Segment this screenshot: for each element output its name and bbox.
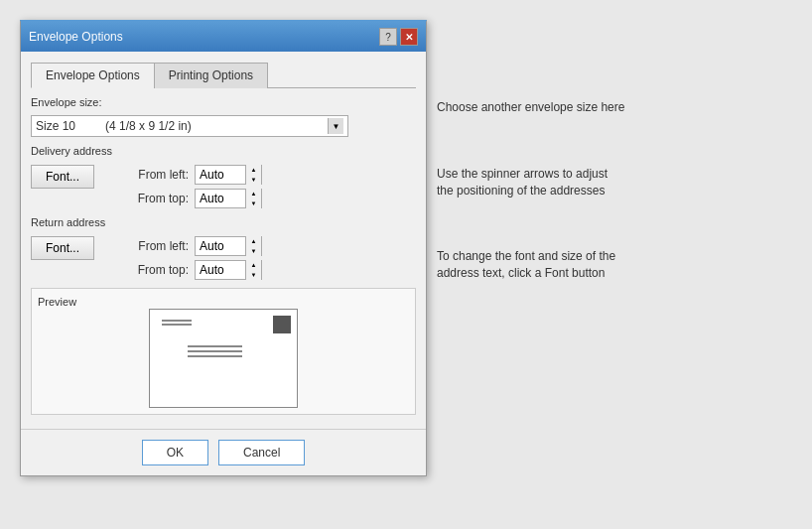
- annotation-2: Use the spinner arrows to adjustthe posi…: [437, 166, 624, 199]
- stamp-graphic: [273, 316, 291, 333]
- delivery-address-row: Font... From left: ▲ ▼: [31, 165, 416, 208]
- delivery-from-left-arrows: ▲ ▼: [245, 165, 261, 185]
- title-bar: Envelope Options ? ✕: [21, 22, 426, 52]
- return-from-left-label: From left:: [124, 239, 189, 253]
- help-button[interactable]: ?: [379, 28, 397, 46]
- envelope-size-select[interactable]: Size 10 (4 1/8 x 9 1/2 in) ▼: [31, 115, 348, 137]
- tab-printing-options[interactable]: Printing Options: [154, 63, 268, 88]
- return-address-lines: [162, 320, 289, 326]
- tab-envelope-options[interactable]: Envelope Options: [31, 63, 154, 88]
- envelope-size-dropdown-arrow[interactable]: ▼: [328, 118, 343, 134]
- return-font-button[interactable]: Font...: [31, 236, 94, 260]
- delivery-from-top-arrows: ▲ ▼: [245, 189, 261, 208]
- annotation-3: To change the font and size of theaddres…: [437, 248, 624, 282]
- delivery-from-top-spinner[interactable]: ▲ ▼: [195, 189, 262, 208]
- delivery-from-top-down[interactable]: ▼: [246, 198, 261, 208]
- return-from-top-up[interactable]: ▲: [246, 260, 261, 270]
- cancel-button[interactable]: Cancel: [218, 440, 305, 465]
- dialog-footer: OK Cancel: [21, 429, 426, 475]
- delivery-line-3: [188, 355, 242, 357]
- delivery-address-label: Delivery address: [31, 145, 416, 157]
- delivery-from-left-input[interactable]: [196, 166, 245, 184]
- return-from-left-arrows: ▲ ▼: [245, 236, 261, 256]
- delivery-from-left-row: From left: ▲ ▼: [124, 165, 262, 185]
- annotation-1: Choose another envelope size here: [437, 99, 624, 116]
- return-address-label: Return address: [31, 216, 416, 228]
- envelope-options-dialog: Envelope Options ? ✕ Envelope Options Pr…: [20, 20, 427, 476]
- delivery-line-1: [188, 345, 242, 347]
- delivery-font-button[interactable]: Font...: [31, 165, 94, 189]
- delivery-from-left-spinner[interactable]: ▲ ▼: [195, 165, 262, 185]
- envelope-size-label: Envelope size:: [31, 96, 416, 108]
- return-from-top-input[interactable]: [196, 261, 245, 279]
- dialog-title: Envelope Options: [29, 30, 123, 44]
- dialog-body: Envelope Options Printing Options Envelo…: [21, 52, 426, 425]
- preview-label: Preview: [38, 296, 76, 308]
- delivery-address-section: Delivery address Font... From left: ▲ ▼: [31, 145, 416, 208]
- envelope-size-dims: (4 1/8 x 9 1/2 in): [105, 119, 192, 133]
- dialog-wrapper: Envelope Options ? ✕ Envelope Options Pr…: [20, 20, 624, 476]
- return-from-left-input[interactable]: [196, 237, 245, 255]
- return-line-1: [162, 320, 192, 322]
- return-address-row: Font... From left: ▲ ▼: [31, 236, 416, 280]
- ok-button[interactable]: OK: [142, 440, 208, 465]
- return-from-top-row: From top: ▲ ▼: [124, 260, 262, 280]
- preview-section: Preview: [31, 288, 416, 415]
- envelope-size-section: Envelope size: Size 10 (4 1/8 x 9 1/2 in…: [31, 96, 416, 137]
- delivery-from-top-row: From top: ▲ ▼: [124, 189, 262, 208]
- tab-bar: Envelope Options Printing Options: [31, 62, 416, 88]
- return-from-left-up[interactable]: ▲: [246, 236, 261, 246]
- delivery-from-left-down[interactable]: ▼: [246, 175, 261, 185]
- return-position-fields: From left: ▲ ▼ From top:: [124, 236, 262, 280]
- return-from-left-row: From left: ▲ ▼: [124, 236, 262, 256]
- delivery-line-2: [188, 350, 242, 352]
- return-from-top-arrows: ▲ ▼: [245, 260, 261, 280]
- delivery-address-lines: [188, 345, 289, 357]
- return-line-2: [162, 324, 192, 326]
- return-from-top-down[interactable]: ▼: [246, 270, 261, 280]
- title-bar-buttons: ? ✕: [379, 28, 418, 46]
- delivery-from-top-input[interactable]: [196, 190, 245, 207]
- annotations-panel: Choose another envelope size here Use th…: [437, 20, 624, 282]
- return-address-section: Return address Font... From left: ▲ ▼: [31, 216, 416, 280]
- envelope-size-name: Size 10: [36, 119, 75, 133]
- delivery-from-left-up[interactable]: ▲: [246, 165, 261, 175]
- return-from-left-spinner[interactable]: ▲ ▼: [195, 236, 262, 256]
- envelope-preview: [149, 309, 298, 408]
- return-from-top-spinner[interactable]: ▲ ▼: [195, 260, 262, 280]
- close-button[interactable]: ✕: [400, 28, 418, 46]
- return-from-left-down[interactable]: ▼: [246, 246, 261, 256]
- delivery-from-top-label: From top:: [124, 192, 189, 205]
- return-from-top-label: From top:: [124, 263, 189, 277]
- delivery-from-left-label: From left:: [124, 168, 189, 182]
- delivery-from-top-up[interactable]: ▲: [246, 189, 261, 198]
- delivery-position-fields: From left: ▲ ▼ From top:: [124, 165, 262, 208]
